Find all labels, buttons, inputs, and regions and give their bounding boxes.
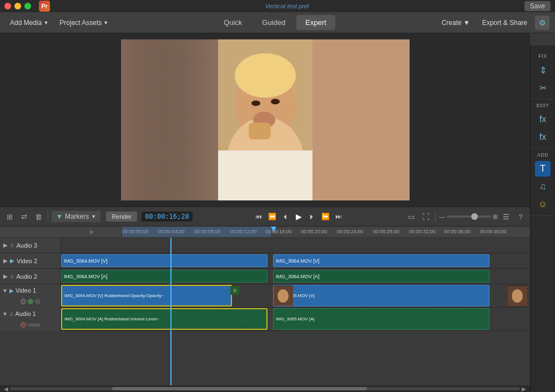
preview-frame: [121, 39, 410, 200]
clip-x-mark: ✕: [230, 286, 239, 295]
track-header-top-a1: ▼ ♫ Audio 1: [2, 310, 58, 317]
track-content-audio3[interactable]: [61, 238, 530, 253]
tab-quick[interactable]: Quick: [215, 15, 251, 30]
project-assets-arrow-icon: ▼: [103, 20, 108, 26]
marker-icon: ▼: [56, 213, 63, 220]
traffic-lights: Pr: [4, 1, 50, 12]
step-back-button[interactable]: ⏴: [279, 210, 291, 223]
text-icon[interactable]: T: [535, 161, 551, 177]
clip-thumbnail-2: [508, 285, 527, 306]
delete-icon[interactable]: 🗑: [32, 210, 44, 223]
zoom-in-icon[interactable]: ⊞: [493, 213, 498, 220]
play-controls: ⏮ ⏪ ⏴ ▶ ⏵ ⏩ ⏭: [253, 210, 345, 223]
tab-expert[interactable]: Expert: [296, 15, 335, 30]
go-to-start-button[interactable]: ⏮: [253, 210, 265, 223]
track-header-audio2: ▶ ♫ Audio 2: [0, 269, 61, 284]
main-layout: ⊞ ⇄ 🗑 ▼ Markers ▼ Render 00:00:16;28 ⏮ ⏪…: [0, 33, 555, 392]
track-move-icon[interactable]: ⇄: [18, 210, 30, 223]
track-header-video2: ▶ ▶ Video 2: [0, 253, 61, 268]
lock-toggle-v1[interactable]: [28, 299, 33, 304]
zoom-bar[interactable]: [447, 215, 491, 218]
export-share-button[interactable]: Export & Share: [478, 17, 532, 29]
zoom-thumb[interactable]: [471, 213, 478, 220]
play-button[interactable]: ▶: [292, 210, 305, 223]
add-section: ADD T ♫ ☺: [531, 150, 555, 216]
create-button[interactable]: Create ▼: [437, 17, 475, 29]
scroll-right-arrow[interactable]: ▶: [520, 386, 528, 392]
clip-v1-2[interactable]: IMG_3065.MOV [V]: [273, 285, 490, 306]
effects-icon[interactable]: fx: [535, 112, 551, 127]
track-toggle-audio2[interactable]: ▶: [3, 273, 8, 279]
clip-v2-1[interactable]: IMG_3064.MOV [V]: [61, 254, 268, 267]
color-icon[interactable]: fx: [535, 129, 551, 145]
track-content-audio2[interactable]: IMG_3064.MOV [A] IMG_3064.MOV [A]: [61, 269, 530, 284]
track-toggle-audio1[interactable]: ▼: [2, 311, 8, 317]
voice-dot-a1[interactable]: [21, 322, 26, 328]
clip-a2-1[interactable]: IMG_3064.MOV [A]: [61, 270, 268, 283]
emoji-icon[interactable]: ☺: [535, 197, 551, 212]
scroll-left-arrow[interactable]: ◀: [2, 386, 10, 392]
maximize-button[interactable]: [24, 3, 31, 9]
track-toggle-video2[interactable]: ▶: [3, 258, 8, 264]
playhead-line: [170, 238, 171, 385]
svg-rect-1: [121, 39, 218, 200]
clip-a1-2[interactable]: IMG_3065.MOV [A]: [273, 308, 490, 330]
go-to-end-button[interactable]: ⏭: [332, 210, 345, 223]
track-content-video1[interactable]: IMG_3064.MOV [V] Rubberband:Opacity:Opac…: [61, 284, 530, 307]
clip-v2-2[interactable]: IMG_3064.MOV [V]: [273, 254, 490, 267]
rewind-button[interactable]: ⏪: [266, 210, 278, 223]
selection-highlight: [122, 227, 271, 237]
eye-toggle-v1[interactable]: [21, 299, 26, 304]
ruler-header: ⊕: [61, 227, 122, 237]
track-header-video1: ▼ ▶ Video 1: [0, 284, 61, 308]
fix-icon[interactable]: ⇕: [535, 62, 551, 78]
help-icon[interactable]: ?: [514, 210, 527, 223]
zoom-out-icon[interactable]: —: [439, 213, 445, 220]
track-audio2: ▶ ♫ Audio 2 IMG_3064.MOV [A] IMG_3064.MO…: [0, 269, 530, 284]
playhead-indicator: [271, 227, 276, 232]
svg-point-13: [278, 289, 289, 303]
svg-point-5: [235, 53, 296, 98]
content-area: ⊞ ⇄ 🗑 ▼ Markers ▼ Render 00:00:16;28 ⏮ ⏪…: [0, 33, 530, 392]
crop-icon[interactable]: ✂: [535, 80, 551, 96]
separator: [48, 211, 48, 222]
minimize-button[interactable]: [14, 3, 21, 9]
music-icon[interactable]: ♫: [535, 179, 551, 194]
fast-forward-button[interactable]: ⏩: [319, 210, 331, 223]
timeline-ruler: ⊕ 00:00:00;00 00:00:04;00 00:00:08;00 00…: [0, 227, 530, 238]
scroll-track[interactable]: [10, 387, 520, 390]
track-toggle-video1[interactable]: ▼: [2, 288, 8, 294]
ruler-mark-6: 00:00:24;00: [337, 229, 364, 234]
timeline-scrollbar[interactable]: ◀ ▶: [0, 385, 530, 392]
step-forward-button[interactable]: ⏵: [306, 210, 318, 223]
tab-guided[interactable]: Guided: [253, 15, 294, 30]
voice-label-a1: Voice: [28, 322, 40, 328]
track-toggle-audio3[interactable]: ▶: [3, 242, 8, 248]
markers-button[interactable]: ▼ Markers ▼: [52, 211, 100, 222]
add-media-button[interactable]: Add Media ▼: [6, 17, 53, 29]
scroll-thumb[interactable]: [112, 387, 367, 390]
sync-toggle-v1[interactable]: [35, 299, 41, 304]
track-content-video2[interactable]: IMG_3064.MOV [V] IMG_3064.MOV [V]: [61, 253, 530, 268]
add-label: ADD: [537, 152, 549, 158]
close-button[interactable]: [4, 3, 11, 9]
fullscreen-icon[interactable]: ⛶: [420, 210, 432, 223]
clip-a2-2[interactable]: IMG_3064.MOV [A]: [273, 270, 490, 283]
timeline-controls: ⊞ ⇄ 🗑 ▼ Markers ▼ Render 00:00:16;28 ⏮ ⏪…: [0, 207, 530, 227]
timeline-menu-icon[interactable]: ☰: [500, 210, 512, 223]
track-settings-icon[interactable]: ⊞: [3, 210, 16, 223]
project-assets-button[interactable]: Project Assets ▼: [55, 17, 113, 29]
ruler-mark-7: 00:00:28;00: [373, 229, 400, 234]
track-header-audio3: ▶ ♫ Audio 3: [0, 238, 61, 253]
settings-button[interactable]: ⚙: [535, 16, 549, 30]
svg-point-6: [251, 100, 260, 106]
track-name-audio3: Audio 3: [17, 242, 37, 249]
edit-section: EDIT fx fx: [531, 100, 555, 149]
render-button[interactable]: Render: [106, 212, 137, 222]
monitor-icon[interactable]: ▭: [405, 210, 417, 223]
timeline-tracks[interactable]: ▶ ♫ Audio 3 ▶ ▶ Video 2 IMG_3064.MOV [V]…: [0, 238, 530, 385]
track-content-audio1[interactable]: IMG_3064.MOV [A] Rubberband:Volume:Level…: [61, 308, 530, 330]
clip-a1-1[interactable]: IMG_3064.MOV [A] Rubberband:Volume:Level…: [61, 308, 268, 330]
save-button[interactable]: Save: [524, 1, 551, 11]
clip-v1-1[interactable]: IMG_3064.MOV [V] Rubberband:Opacity:Opac…: [61, 285, 232, 306]
